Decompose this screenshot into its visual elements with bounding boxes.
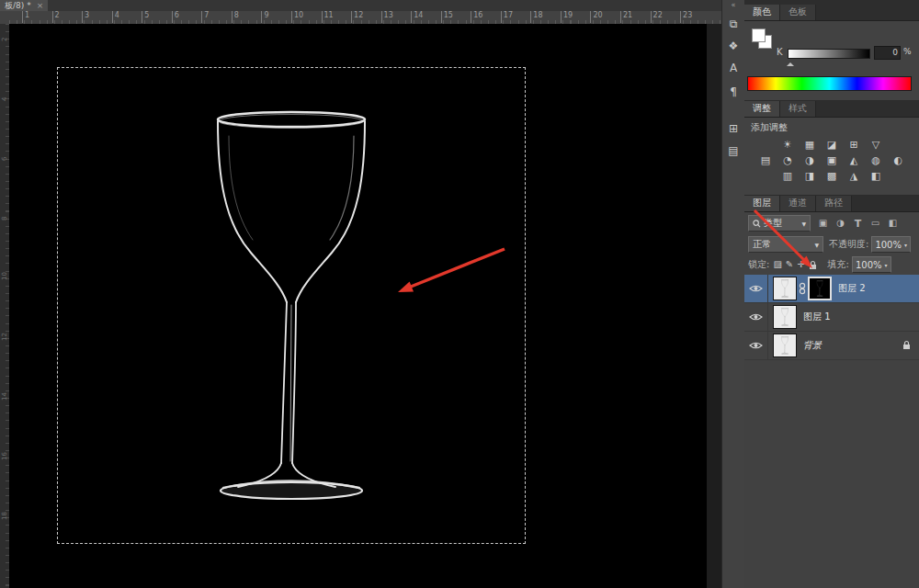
background-lock-icon <box>902 340 911 350</box>
gradient-map-icon[interactable]: ▩ <box>824 170 840 182</box>
layer-name[interactable]: 图层 2 <box>838 282 866 295</box>
color-lookup-icon[interactable]: ◍ <box>868 154 884 166</box>
right-panel: 颜色 色板 K 0 % 调整 样式 添加调整 ☀▦◪⊞▽ ▤◔◑▣◭◍◐ ▥◨▩… <box>744 0 919 588</box>
chevron-down-icon: ▼ <box>801 220 806 227</box>
black-white-icon[interactable]: ◑ <box>802 154 818 166</box>
chevron-down-icon: ▼ <box>814 242 819 248</box>
layer-filter-label: 类型 <box>764 217 782 230</box>
visibility-toggle[interactable] <box>744 303 768 331</box>
levels-icon[interactable]: ▦ <box>802 139 818 151</box>
collapse-dock-icon[interactable]: « <box>722 0 744 10</box>
layer-thumbnail[interactable] <box>773 334 797 357</box>
info-panel-icon[interactable]: ⊞ <box>724 121 743 137</box>
mask-link-icon[interactable] <box>799 282 806 295</box>
filter-adjustment-icon[interactable]: ◑ <box>834 218 847 230</box>
opacity-label: 不透明度: <box>829 238 868 251</box>
tick-label: 14 <box>1 391 8 401</box>
brightness-contrast-icon[interactable]: ☀ <box>780 139 796 151</box>
layer-row-background[interactable]: 背景 <box>744 332 919 360</box>
invert-icon[interactable]: ◐ <box>891 154 906 166</box>
tick-label: 14 <box>411 11 423 23</box>
curves-icon[interactable]: ◪ <box>824 139 840 151</box>
canvas[interactable] <box>9 24 707 588</box>
document-tab-title: 板/8) * <box>5 0 31 11</box>
layer-mask-thumbnail[interactable] <box>808 277 832 300</box>
filter-shape-icon[interactable]: ▭ <box>868 218 882 230</box>
chevron-down-icon: ▾ <box>885 262 888 268</box>
opacity-dropdown[interactable]: 100% ▾ <box>871 236 911 253</box>
k-value-input[interactable]: 0 <box>874 46 901 60</box>
layer-row-layer1[interactable]: 图层 1 <box>744 303 919 332</box>
close-tab-icon[interactable]: × <box>37 0 44 11</box>
tick-label: 10 <box>291 11 303 23</box>
tab-color[interactable]: 颜色 <box>744 5 780 20</box>
vibrance-icon[interactable]: ▽ <box>868 139 884 151</box>
k-slider[interactable] <box>788 49 870 59</box>
blend-mode-dropdown[interactable]: 正常 ▼ <box>748 236 823 253</box>
tick-label: 9 <box>261 11 268 23</box>
tab-channels[interactable]: 通道 <box>780 196 816 211</box>
color-spectrum-bar[interactable] <box>747 76 912 91</box>
visibility-toggle[interactable] <box>744 275 768 302</box>
filter-smart-object-icon[interactable]: ◧ <box>886 218 900 230</box>
k-slider-handle[interactable] <box>787 59 794 66</box>
tick-label: 12 <box>351 11 363 23</box>
horizontal-ruler[interactable]: 1234567891011121314151617181920212223 <box>9 11 721 25</box>
lock-transparency-icon[interactable]: ▨ <box>773 259 781 270</box>
tick-label: 21 <box>620 11 632 23</box>
lock-icons: ▨✎✛ <box>773 259 804 270</box>
photo-filter-icon[interactable]: ▣ <box>824 154 840 166</box>
exposure-icon[interactable]: ⊞ <box>846 139 862 151</box>
tab-layers[interactable]: 图层 <box>744 196 780 211</box>
layer-thumbnail[interactable] <box>773 305 797 329</box>
layer-filter-dropdown[interactable]: 类型 ▼ <box>748 215 811 232</box>
tab-styles[interactable]: 样式 <box>780 101 816 117</box>
fill-label: 填充: <box>828 258 849 271</box>
document-tab[interactable]: 板/8) * × <box>0 0 48 11</box>
mask-adjust-icon[interactable]: ◧ <box>868 170 884 182</box>
adjustment-icon-row: ▥◨▩◮◧ <box>744 170 919 182</box>
tick-label: 8 <box>232 11 239 23</box>
lock-pixels-icon[interactable]: ✎ <box>786 259 793 270</box>
layer-thumbnail[interactable] <box>773 277 797 300</box>
clone-source-panel-icon[interactable]: ⧉ <box>724 17 743 32</box>
tick-label: 18 <box>1 511 8 520</box>
blend-mode-row: 正常 ▼ 不透明度: 100% ▾ <box>744 234 919 254</box>
filter-pixel-icon[interactable]: ▣ <box>816 218 830 230</box>
layer-name[interactable]: 背景 <box>803 339 822 352</box>
layer-name[interactable]: 图层 1 <box>803 311 831 323</box>
tab-adjustments[interactable]: 调整 <box>744 101 780 117</box>
tick-label: 23 <box>680 11 692 23</box>
character-panel-icon[interactable]: A <box>724 61 743 76</box>
histogram-panel-icon[interactable]: ▤ <box>724 143 743 159</box>
selective-color-icon[interactable]: ◮ <box>846 170 862 182</box>
foreground-color-chip[interactable] <box>752 28 766 42</box>
threshold-icon[interactable]: ◨ <box>802 170 818 182</box>
color-panel: K 0 % <box>744 21 919 101</box>
color-balance-icon[interactable]: ◔ <box>780 154 796 166</box>
search-icon <box>753 220 761 228</box>
brush-presets-panel-icon[interactable]: ❖ <box>724 39 743 54</box>
tick-label: 6 <box>1 152 8 161</box>
posterize-icon[interactable]: ▥ <box>780 170 796 182</box>
filter-type-icon[interactable]: T <box>851 218 865 230</box>
layer-row-layer2[interactable]: 图层 2 <box>744 275 919 303</box>
lock-position-icon[interactable]: ✛ <box>797 259 804 270</box>
adjustment-icon-row: ☀▦◪⊞▽ <box>744 139 919 151</box>
tick-label: 4 <box>112 11 119 23</box>
tab-swatches[interactable]: 色板 <box>780 5 816 20</box>
color-tabbar: 颜色 色板 <box>744 0 919 21</box>
tab-paths[interactable]: 路径 <box>816 196 852 211</box>
tick-label: 2 <box>1 32 8 41</box>
adjustment-icon-row: ▤◔◑▣◭◍◐ <box>744 154 919 166</box>
tick-label: 3 <box>82 11 89 23</box>
visibility-toggle[interactable] <box>744 332 768 359</box>
tick-label: 12 <box>1 332 8 341</box>
tick-label: 4 <box>1 92 8 101</box>
hue-saturation-icon[interactable]: ▤ <box>758 154 774 166</box>
wine-glass-image <box>209 105 374 509</box>
paragraph-panel-icon[interactable]: ¶ <box>724 85 743 100</box>
lock-all-icon[interactable] <box>809 260 817 270</box>
fill-dropdown[interactable]: 100% ▾ <box>852 256 891 273</box>
channel-mixer-icon[interactable]: ◭ <box>846 154 862 166</box>
